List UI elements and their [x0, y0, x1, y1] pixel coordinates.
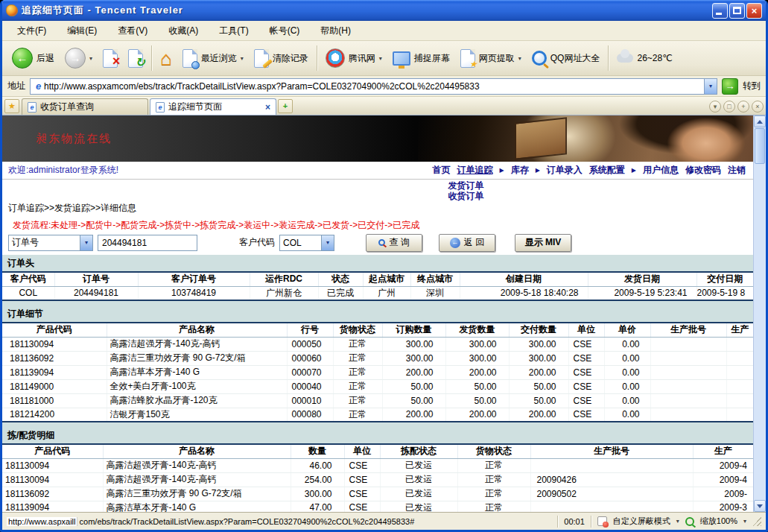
tab-receive-order-query[interactable]: 收货订单查询 — [22, 98, 148, 115]
nav-inventory[interactable]: 库存 — [511, 164, 529, 177]
column-header: 终点城市 — [410, 272, 460, 286]
chevron-down-icon[interactable] — [321, 235, 334, 250]
nav-order-entry[interactable]: 订单录入 — [547, 164, 583, 177]
shield-icon — [597, 516, 607, 526]
capture-screen-button[interactable]: 捕捉屏幕 — [387, 43, 455, 73]
extract-page-button[interactable]: 网页提取 — [455, 43, 527, 73]
nav-order-track[interactable]: 订单追踪 — [457, 164, 493, 177]
tencent-dropdown-icon[interactable] — [379, 55, 382, 62]
toolbar-divider — [317, 45, 317, 71]
tab-page-icon — [156, 102, 165, 113]
nav-user-info[interactable]: 用户信息 — [643, 164, 679, 177]
query-button[interactable]: 查 询 — [366, 234, 422, 252]
table-row: 181136092高露洁三重功效牙膏 90 G-72支/箱300.00CSE已发… — [2, 487, 753, 501]
toolbar-divider — [151, 45, 152, 71]
main-toolbar: 后退 最近浏览 清除记录 腾讯网 — [2, 41, 766, 76]
tab-bar: 收货订单查询 追踪细节页面 ▾ □ + × — [2, 97, 766, 115]
table-cell: 000070 — [287, 365, 333, 379]
scroll-up-button[interactable] — [754, 115, 766, 127]
forward-button[interactable] — [60, 43, 98, 73]
column-header: 状态 — [318, 272, 363, 286]
nav-logout[interactable]: 注销 — [728, 164, 746, 177]
block-mode-label[interactable]: 自定义屏蔽模式 — [613, 516, 670, 527]
menu-edit[interactable]: 编辑(E) — [57, 22, 107, 40]
new-tab-button[interactable] — [278, 99, 293, 113]
back-button[interactable]: 后退 — [7, 43, 60, 73]
qq-sites-button[interactable]: QQ网址大全 — [527, 43, 606, 73]
tab-pin-button[interactable]: + — [737, 101, 749, 113]
table-cell: 高露洁三重功效牙膏 90 G-72支/箱 — [107, 351, 287, 365]
return-label: 返 回 — [464, 236, 484, 249]
tab-restore-button[interactable]: □ — [723, 101, 735, 113]
column-header: 发货数量 — [445, 323, 509, 337]
order-detail-table: 产品代码产品名称行号货物状态订购数量发货数量交付数量单位单价生产批号生产 181… — [2, 322, 753, 422]
extract-dropdown-icon[interactable] — [518, 55, 521, 62]
nav-system-config[interactable]: 系统配置 — [589, 164, 625, 177]
scrollbar-thumb[interactable] — [755, 128, 765, 164]
submenu-receive-order[interactable]: 收货订单 — [431, 191, 501, 201]
clock-icon — [191, 61, 200, 69]
nav-arrow-icon — [500, 167, 504, 174]
refresh-icon — [128, 49, 143, 68]
zoom-dropdown-icon[interactable] — [743, 518, 746, 525]
table-cell: 0.00 — [604, 351, 650, 365]
content-scrollbar[interactable] — [753, 115, 766, 512]
capture-label: 捕捉屏幕 — [414, 52, 450, 65]
nav-change-password[interactable]: 修改密码 — [685, 164, 721, 177]
resize-grip[interactable] — [752, 517, 761, 526]
home-button[interactable] — [155, 43, 177, 73]
recent-button[interactable]: 最近浏览 — [177, 43, 249, 73]
tab-close-all-button[interactable]: × — [752, 101, 764, 113]
chevron-down-icon[interactable] — [80, 235, 92, 250]
address-dropdown-icon[interactable] — [704, 79, 717, 94]
minimize-button[interactable] — [712, 3, 728, 19]
star-icon — [469, 59, 477, 69]
maximize-button[interactable] — [729, 3, 745, 19]
menu-favorites[interactable]: 收藏(A) — [158, 22, 209, 40]
tencent-button[interactable]: 腾讯网 — [320, 43, 387, 73]
table-cell: CSE — [568, 351, 604, 365]
menu-tools[interactable]: 工具(T) — [209, 22, 258, 40]
address-input[interactable]: http://www.aspxamcom/ebs/track/TrackDeta… — [30, 78, 717, 95]
scroll-down-button[interactable] — [754, 500, 766, 512]
menu-view[interactable]: 查看(V) — [107, 22, 158, 40]
table-row: 181130094高露洁超强牙膏-140克-高钙254.00CSE已发运正常20… — [2, 472, 753, 487]
tab-close-icon[interactable] — [265, 102, 270, 113]
site-logo-text: 昶东物流在线 — [36, 132, 112, 146]
menu-file[interactable]: 文件(F) — [7, 22, 57, 40]
close-button[interactable] — [746, 3, 762, 19]
show-miv-button[interactable]: 显示 MIV — [515, 234, 571, 252]
submenu-ship-order[interactable]: 发货订单 — [431, 180, 501, 191]
table-cell — [530, 458, 693, 472]
tab-list-chevron-button[interactable]: ▾ — [709, 101, 721, 113]
order-number-input[interactable] — [98, 235, 197, 251]
customer-code-select[interactable]: COL — [279, 235, 334, 251]
menu-help[interactable]: 帮助(H) — [310, 22, 361, 40]
tab-track-detail[interactable]: 追踪细节页面 — [150, 98, 276, 115]
menu-account[interactable]: 帐号(C) — [259, 22, 311, 40]
table-cell: 正常 — [457, 458, 530, 472]
table-cell: 高露洁三重功效牙膏 90 G-72支/箱 — [103, 487, 291, 501]
stop-button[interactable] — [98, 43, 123, 73]
return-button[interactable]: 返 回 — [439, 234, 495, 252]
recent-dropdown-icon[interactable] — [241, 55, 244, 62]
table-row: COL204494181103748419广州新仓已完成广州深圳2009-5-1… — [2, 286, 753, 300]
go-button[interactable] — [722, 78, 738, 95]
table-cell — [726, 393, 753, 408]
weather-widget[interactable]: 26~28℃ — [612, 43, 677, 73]
query-icon — [378, 239, 385, 246]
favorites-star-button[interactable] — [4, 99, 19, 113]
column-header: 生产批号 — [530, 444, 693, 458]
table-cell: 181130094 — [2, 472, 103, 487]
table-cell: CSE — [344, 472, 380, 487]
table-row: 181139094高露洁草本牙膏-140 G000070正常200.00200.… — [2, 365, 753, 379]
table-header-row: 产品代码产品名称行号货物状态订购数量发货数量交付数量单位单价生产批号生产 — [2, 323, 753, 337]
address-label: 地址 — [7, 80, 25, 92]
zoom-level-label[interactable]: 缩放100% — [700, 516, 737, 527]
refresh-button[interactable] — [123, 43, 148, 73]
clear-history-button[interactable]: 清除记录 — [249, 43, 314, 73]
block-mode-dropdown-icon[interactable] — [676, 518, 679, 525]
forward-dropdown-icon[interactable] — [89, 55, 92, 62]
nav-home[interactable]: 首页 — [433, 164, 451, 177]
search-type-select[interactable]: 订单号 — [8, 235, 93, 251]
